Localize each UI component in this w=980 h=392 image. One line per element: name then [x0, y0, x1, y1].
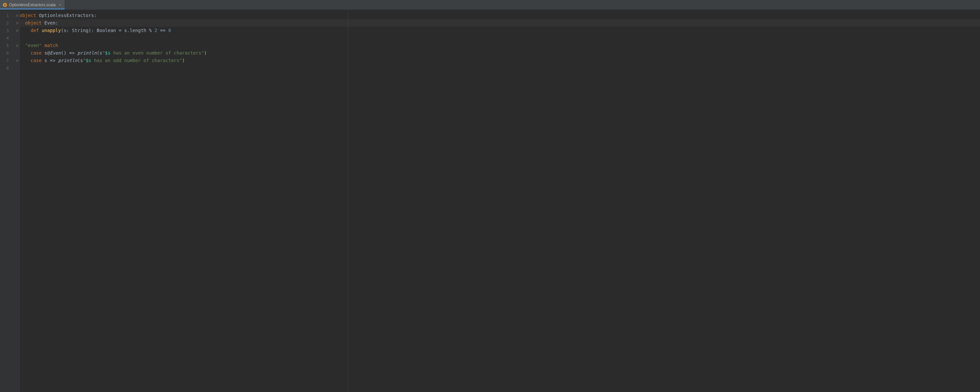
code-line[interactable] [20, 34, 980, 42]
fold-toggle-icon[interactable]: ⊟ [15, 27, 19, 34]
fold-toggle-icon[interactable]: ⊟ [15, 12, 19, 19]
right-margin-guide [348, 10, 348, 392]
fold-toggle-icon [15, 49, 19, 57]
code-line[interactable]: case s@Even() => println(s"$s has an eve… [20, 49, 980, 57]
code-area[interactable]: object OptionlessExtractors: object Even… [20, 10, 980, 392]
close-icon[interactable]: × [59, 3, 61, 7]
editor: 1 2 3 4 5 6 7 8 ⊟ ⊟ ⊟ ⊟ ⊟ object Optionl… [0, 10, 980, 392]
svg-point-2 [4, 4, 5, 5]
line-number-gutter: 1 2 3 4 5 6 7 8 [0, 10, 15, 392]
tab-filename: OptionlessExtractors.scala [9, 3, 56, 7]
editor-tab[interactable]: OptionlessExtractors.scala × [0, 0, 65, 10]
tab-active-underline [0, 8, 65, 10]
fold-toggle-icon [15, 64, 19, 72]
line-number[interactable]: 1 [0, 12, 15, 19]
code-line[interactable]: object OptionlessExtractors: [20, 12, 980, 19]
code-line[interactable]: object Even: [20, 19, 980, 27]
line-number[interactable]: 8 [0, 64, 15, 72]
line-number[interactable]: 5 [0, 42, 15, 49]
line-number[interactable]: 4 [0, 34, 15, 42]
code-line[interactable]: case s => println(s"$s has an odd number… [20, 57, 980, 64]
fold-gutter: ⊟ ⊟ ⊟ ⊟ ⊟ [15, 10, 20, 392]
fold-toggle-icon [15, 34, 19, 42]
code-line[interactable]: "even" match [20, 42, 980, 49]
tab-bar: OptionlessExtractors.scala × [0, 0, 980, 10]
code-line[interactable]: def unapply(s: String): Boolean = s.leng… [20, 27, 980, 34]
scala-file-icon [3, 3, 7, 7]
line-number[interactable]: 3 [0, 27, 15, 34]
code-line[interactable] [20, 64, 980, 72]
fold-toggle-icon[interactable]: ⊟ [15, 19, 19, 27]
line-number[interactable]: 2 [0, 19, 15, 27]
line-number[interactable]: 7 [0, 57, 15, 64]
line-number[interactable]: 6 [0, 49, 15, 57]
fold-toggle-icon[interactable]: ⊟ [15, 57, 19, 64]
fold-toggle-icon[interactable]: ⊟ [15, 42, 19, 49]
